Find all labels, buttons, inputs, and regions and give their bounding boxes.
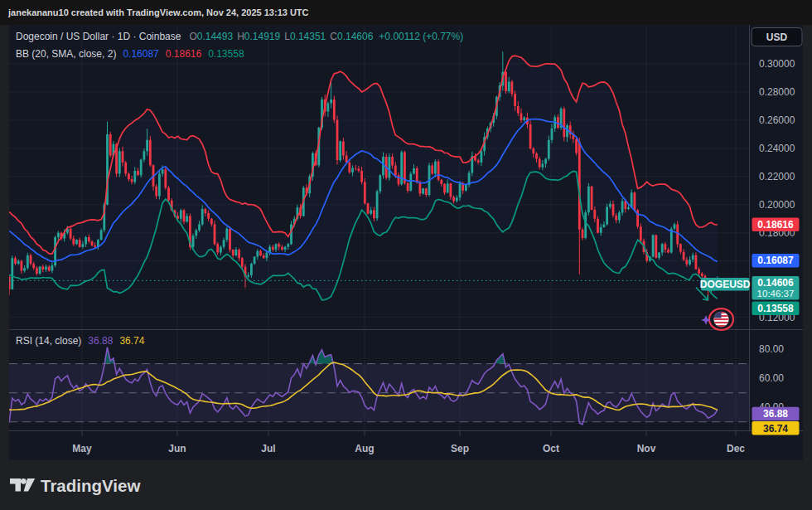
svg-text:0.26000: 0.26000 (759, 114, 795, 126)
svg-text:0.24000: 0.24000 (759, 143, 795, 154)
svg-text:36.74: 36.74 (763, 423, 788, 435)
svg-text:60.00: 60.00 (759, 372, 784, 384)
svg-text:0.14606: 0.14606 (757, 277, 794, 289)
svg-text:0.13558: 0.13558 (757, 303, 794, 314)
svg-text:0.20000: 0.20000 (759, 199, 795, 211)
svg-text:36.88: 36.88 (763, 408, 788, 420)
svg-text:10:46:37: 10:46:37 (757, 289, 795, 299)
svg-text:BB (20, SMA, close, 2)0.160870: BB (20, SMA, close, 2)0.160870.186160.13… (16, 48, 244, 60)
svg-text:Aug: Aug (355, 443, 374, 454)
svg-text:Nov: Nov (637, 443, 656, 454)
svg-text:Sep: Sep (451, 443, 469, 454)
svg-text:DOGEUSD: DOGEUSD (700, 279, 751, 290)
svg-text:Dogecoin / US Dollar · 1D · Co: Dogecoin / US Dollar · 1D · CoinbaseO0.1… (16, 31, 463, 42)
svg-text:May: May (72, 443, 92, 454)
svg-text:Oct: Oct (543, 443, 559, 454)
svg-text:Jun: Jun (168, 443, 186, 454)
svg-text:Dec: Dec (727, 443, 745, 454)
svg-text:TradingView: TradingView (41, 476, 140, 495)
svg-text:80.00: 80.00 (759, 343, 784, 355)
svg-text:RSI (14, close)36.8836.74: RSI (14, close)36.8836.74 (16, 335, 145, 347)
svg-text:0.28000: 0.28000 (759, 86, 795, 98)
svg-text:Jul: Jul (261, 443, 275, 454)
svg-text:0.22000: 0.22000 (759, 171, 795, 182)
svg-text:0.16087: 0.16087 (757, 255, 794, 266)
svg-text:USD: USD (766, 32, 788, 43)
svg-text:0.18616: 0.18616 (757, 219, 794, 231)
svg-text:0.30000: 0.30000 (759, 58, 795, 70)
